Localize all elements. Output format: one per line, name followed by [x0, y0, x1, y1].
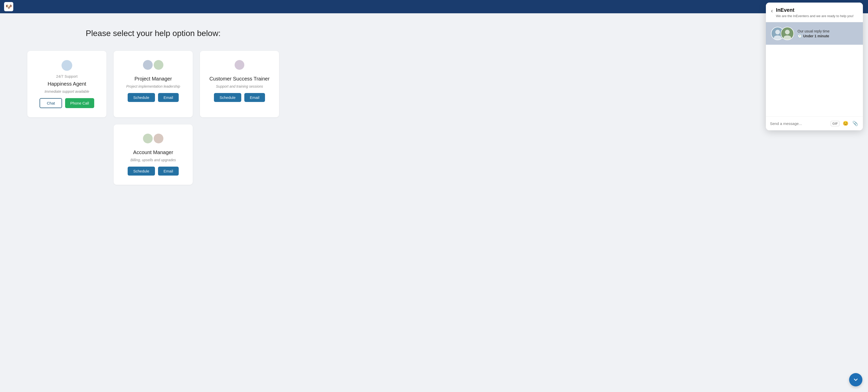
phone-call-button[interactable]: Phone Call	[65, 98, 94, 108]
gif-button[interactable]: GIF	[831, 121, 839, 126]
avatar	[154, 134, 163, 143]
svg-point-3	[783, 35, 791, 40]
card-buttons: Chat Phone Call	[39, 98, 94, 108]
card-title: Customer Success Trainer	[209, 76, 270, 82]
email-button[interactable]: Email	[244, 93, 265, 102]
chat-title: InEvent	[776, 7, 858, 13]
reply-time-text: Under 1 minute	[803, 34, 829, 38]
schedule-button[interactable]: Schedule	[128, 167, 155, 175]
card-subtitle: Immediate support available	[44, 89, 89, 93]
schedule-button[interactable]: Schedule	[214, 93, 241, 102]
card-tag: 24/7 Support	[56, 74, 78, 79]
card-avatars	[62, 60, 72, 71]
chat-message-input[interactable]	[770, 121, 828, 126]
svg-point-1	[774, 35, 781, 40]
card-title: Account Manager	[133, 149, 173, 156]
clock-icon: 🕐	[798, 34, 802, 38]
card-customer-success: Customer Success Trainer Support and tra…	[200, 51, 279, 117]
reply-time-label: Our usual reply time	[798, 29, 858, 33]
svg-point-0	[775, 30, 780, 34]
email-button[interactable]: Email	[158, 167, 179, 175]
card-avatars	[143, 134, 163, 143]
card-title: Happiness Agent	[48, 81, 86, 87]
card-project-manager: Project Manager Project implementation l…	[114, 51, 193, 117]
card-support-24-7: 24/7 Support Happiness Agent Immediate s…	[27, 51, 106, 117]
card-buttons: Schedule Email	[214, 93, 265, 102]
cards-top-row: 24/7 Support Happiness Agent Immediate s…	[10, 51, 296, 117]
chat-header: ‹ InEvent We are the InEventers and we a…	[766, 3, 863, 22]
cards-bottom-row: Account Manager Billing, upsells and upg…	[10, 124, 296, 185]
card-title: Project Manager	[134, 76, 172, 82]
reply-time-value: 🕐 Under 1 minute	[798, 34, 858, 38]
avatar	[235, 60, 244, 70]
card-subtitle: Project implementation leadership	[126, 84, 180, 88]
chat-footer: GIF 😊 📎	[766, 116, 863, 130]
avatar	[62, 60, 72, 71]
chat-minimize-button[interactable]	[849, 373, 862, 386]
svg-point-2	[785, 30, 789, 34]
attach-button[interactable]: 📎	[852, 120, 859, 127]
email-button[interactable]: Email	[158, 93, 179, 102]
card-avatars	[235, 60, 244, 70]
chat-reply-info: Our usual reply time 🕐 Under 1 minute	[798, 29, 858, 38]
avatar-2	[781, 27, 794, 40]
chat-button[interactable]: Chat	[39, 98, 62, 108]
schedule-button[interactable]: Schedule	[128, 93, 155, 102]
card-subtitle: Billing, upsells and upgrades	[130, 158, 176, 162]
card-avatars	[143, 60, 163, 70]
emoji-button[interactable]: 😊	[842, 120, 849, 127]
chat-banner: Our usual reply time 🕐 Under 1 minute	[766, 22, 863, 45]
chat-back-button[interactable]: ‹	[771, 8, 773, 14]
card-account-manager: Account Manager Billing, upsells and upg…	[114, 124, 193, 185]
chat-header-info: InEvent We are the InEventers and we are…	[776, 7, 858, 19]
avatar	[154, 60, 163, 70]
page-title: Please select your help option below:	[10, 29, 296, 38]
chat-widget: ‹ InEvent We are the InEventers and we a…	[766, 3, 863, 130]
topbar: 🐶	[0, 0, 868, 13]
avatar	[143, 134, 153, 143]
chat-body	[766, 45, 863, 116]
main-content: Please select your help option below: 24…	[0, 13, 306, 200]
card-buttons: Schedule Email	[128, 167, 179, 175]
chat-subtitle: We are the InEventers and we are ready t…	[776, 14, 858, 19]
card-buttons: Schedule Email	[128, 93, 179, 102]
app-logo: 🐶	[4, 2, 13, 11]
avatar	[143, 60, 153, 70]
chat-avatars	[771, 27, 794, 40]
card-subtitle: Support and training sessions	[216, 84, 263, 88]
